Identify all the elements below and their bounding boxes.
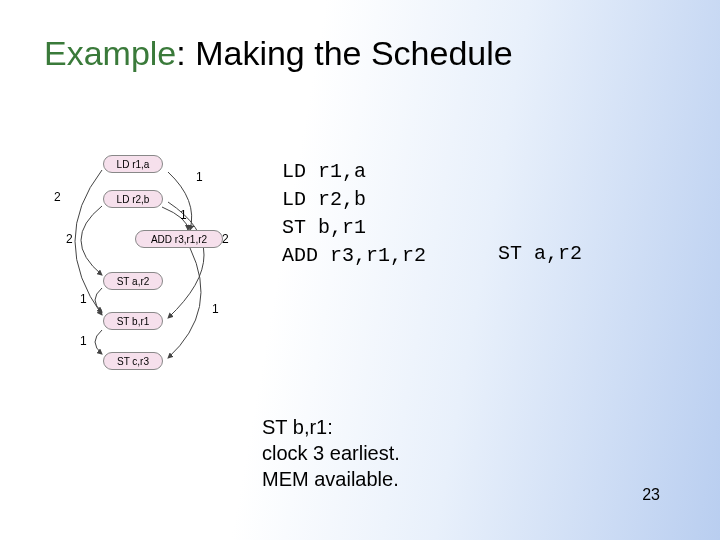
graph-node-ld-r1-a: LD r1,a — [103, 155, 163, 173]
title-example: Example — [44, 34, 176, 72]
code-line: ST a,r2 — [498, 242, 582, 265]
slide: Example: Making the Schedule — [0, 0, 720, 540]
edge-label: 2 — [54, 190, 61, 204]
slide-title: Example: Making the Schedule — [44, 34, 513, 73]
graph-node-ld-r2-b: LD r2,b — [103, 190, 163, 208]
annotation-line: MEM available. — [262, 466, 400, 492]
annotation-line: clock 3 earliest. — [262, 440, 400, 466]
edge-label: 2 — [222, 232, 229, 246]
graph-node-st-a-r2: ST a,r2 — [103, 272, 163, 290]
code-line: ST b,r1 — [282, 216, 366, 239]
edge-label: 2 — [66, 232, 73, 246]
dependency-graph: LD r1,a LD r2,b ADD r3,r1,r2 ST a,r2 ST … — [40, 140, 260, 420]
schedule-code-col1: LD r1,a LD r2,b ST b,r1 ADD r3,r1,r2 — [282, 158, 426, 270]
annotation-text: ST b,r1: clock 3 earliest. MEM available… — [262, 414, 400, 492]
annotation-line: ST b,r1: — [262, 414, 400, 440]
schedule-code-col2: ST a,r2 — [498, 242, 582, 265]
edge-label: 1 — [212, 302, 219, 316]
edge-label: 1 — [180, 208, 187, 222]
graph-node-st-b-r1: ST b,r1 — [103, 312, 163, 330]
edge-label: 1 — [80, 334, 87, 348]
code-line: ADD r3,r1,r2 — [282, 244, 426, 267]
graph-node-add: ADD r3,r1,r2 — [135, 230, 223, 248]
code-line: LD r1,a — [282, 160, 366, 183]
edge-label: 1 — [80, 292, 87, 306]
code-line: LD r2,b — [282, 188, 366, 211]
slide-number: 23 — [642, 486, 660, 504]
graph-node-st-c-r3: ST c,r3 — [103, 352, 163, 370]
edge-label: 1 — [196, 170, 203, 184]
title-rest: : Making the Schedule — [176, 34, 512, 72]
